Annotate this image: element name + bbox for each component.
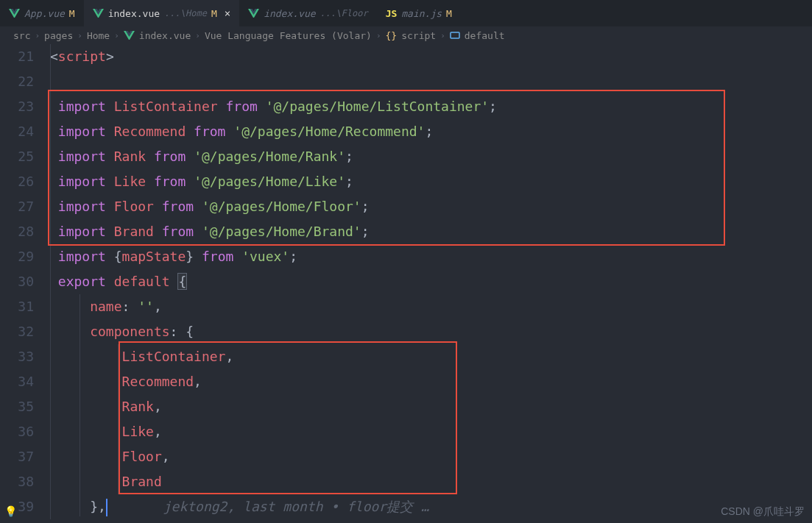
breadcrumb-item[interactable]: index.vue [139, 30, 191, 41]
modified-indicator: M [446, 8, 452, 19]
modified-indicator: M [211, 8, 217, 19]
chevron-right-icon: › [195, 31, 200, 40]
chevron-right-icon: › [114, 31, 119, 40]
editor-tabs: App.vue M index.vue ...\Home M × index.v… [0, 0, 812, 26]
code-content[interactable]: <script> import ListContainer from '@/pa… [50, 44, 812, 519]
vue-icon [248, 9, 259, 18]
lightbulb-icon[interactable]: 💡 [4, 499, 17, 523]
tab-path: ...\Floor [320, 8, 368, 18]
close-icon[interactable]: × [225, 7, 230, 19]
tab-label: index.vue [264, 8, 315, 19]
breadcrumb-item[interactable]: pages [44, 30, 73, 41]
text-cursor [106, 499, 107, 516]
git-blame-hint: jektong2, last month • floor提交 … [163, 499, 429, 514]
breadcrumb-item[interactable]: Home [87, 30, 110, 41]
line-gutter: 21222324252627282930313233343536373839 [0, 44, 50, 519]
breadcrumb-item[interactable]: default [465, 30, 505, 41]
vue-icon [9, 9, 20, 18]
svg-rect-0 [451, 32, 459, 38]
vue-icon [93, 9, 104, 18]
chevron-right-icon: › [376, 31, 381, 40]
chevron-right-icon: › [35, 31, 40, 40]
js-icon: JS [386, 8, 398, 19]
editor-area[interactable]: 21222324252627282930313233343536373839 <… [0, 44, 812, 519]
tab-index-home[interactable]: index.vue ...\Home M × [84, 0, 240, 26]
tab-label: index.vue [108, 8, 160, 19]
field-icon [450, 30, 460, 41]
breadcrumb-item[interactable]: script [401, 30, 436, 41]
chevron-right-icon: › [440, 31, 445, 40]
braces-icon: {} [386, 30, 398, 41]
watermark: CSDN @爪哇斗罗 [721, 505, 805, 519]
tab-app-vue[interactable]: App.vue M [0, 0, 84, 26]
tab-label: App.vue [24, 8, 65, 19]
modified-indicator: M [69, 8, 75, 19]
tab-label: main.js [401, 8, 442, 19]
tab-path: ...\Home [164, 8, 207, 18]
breadcrumb[interactable]: src › pages › Home › index.vue › Vue Lan… [0, 26, 812, 44]
vue-icon [124, 31, 135, 40]
tab-index-floor[interactable]: index.vue ...\Floor [239, 0, 376, 26]
chevron-right-icon: › [77, 31, 82, 40]
breadcrumb-item[interactable]: src [13, 30, 30, 41]
breadcrumb-item[interactable]: Vue Language Features (Volar) [205, 30, 372, 41]
tab-main-js[interactable]: JS main.js M [377, 0, 461, 26]
